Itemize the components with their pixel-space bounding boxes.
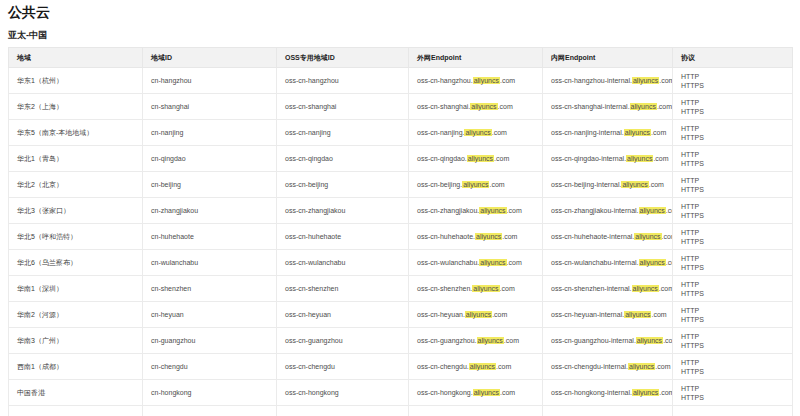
internal-endpoint-cell: oss-cn-beijing-internal.aliyuncs.com xyxy=(543,172,673,198)
search-highlight: aliyuncs xyxy=(632,285,659,292)
header-public-endpoint: 外网Endpoint xyxy=(409,48,543,68)
table-row: 华北6（乌兰察布） cn-wulanchabu oss-cn-wulanchab… xyxy=(9,250,793,276)
search-highlight: aliyuncs xyxy=(477,337,504,344)
region-id-cell: cn-hangzhou xyxy=(143,68,277,94)
protocol-value: HTTPS xyxy=(681,367,784,376)
region-cell: 华北5（呼和浩特） xyxy=(9,224,143,250)
oss-region-id-cell: oss-cn-heyuan xyxy=(277,302,409,328)
protocol-cell: HTTPHTTPS xyxy=(673,68,793,94)
public-endpoint-cell: oss-cn-beijing.aliyuncs.com xyxy=(409,172,543,198)
protocol-cell: HTTPHTTPS xyxy=(673,276,793,302)
oss-region-id-cell: oss-cn-zhangjiakou xyxy=(277,198,409,224)
public-endpoint-cell: oss-cn-qingdao.aliyuncs.com xyxy=(409,146,543,172)
table-row: 华南1（深圳） cn-shenzhen oss-cn-shenzhen oss-… xyxy=(9,276,793,302)
oss-region-id-cell: oss-cn-huhehaote xyxy=(277,224,409,250)
public-endpoint-cell: oss-cn-huhehaote.aliyuncs.com xyxy=(409,224,543,250)
internal-endpoint-cell: oss-cn-heyuan-internal.aliyuncs.com xyxy=(543,302,673,328)
search-highlight: aliyuncs xyxy=(473,77,500,84)
region-id-cell: cn-chengdu xyxy=(143,354,277,380)
protocol-value: HTTPS xyxy=(681,159,784,168)
protocol-value: HTTPS xyxy=(681,185,784,194)
protocol-value: HTTPS xyxy=(681,315,784,324)
search-highlight: aliyuncs xyxy=(473,389,500,396)
search-highlight: aliyuncs xyxy=(475,233,502,240)
search-highlight: aliyuncs xyxy=(469,363,496,370)
protocol-cell: HTTPHTTPS xyxy=(673,146,793,172)
internal-endpoint-cell: oss-cn-qingdao-internal.aliyuncs.com xyxy=(543,146,673,172)
search-highlight: aliyuncs xyxy=(465,311,492,318)
protocol-cell: HTTPHTTPS xyxy=(673,328,793,354)
table-row: 西南1（成都） cn-chengdu oss-cn-chengdu oss-cn… xyxy=(9,354,793,380)
header-region: 地域 xyxy=(9,48,143,68)
table-body: 华东1（杭州） cn-hangzhou oss-cn-hangzhou oss-… xyxy=(9,68,793,406)
public-endpoint-cell: oss-cn-guangzhou.aliyuncs.com xyxy=(409,328,543,354)
region-cell: 华东1（杭州） xyxy=(9,68,143,94)
search-highlight: aliyuncs xyxy=(479,259,506,266)
protocol-value: HTTP xyxy=(681,202,784,211)
region-endpoint-table: 地域 地域ID OSS专用地域ID 外网Endpoint 内网Endpoint … xyxy=(8,47,793,416)
table-row: 华东5（南京-本地地域） cn-nanjing oss-cn-nanjing o… xyxy=(9,120,793,146)
public-endpoint-cell: oss-cn-hangzhou.aliyuncs.com xyxy=(409,68,543,94)
protocol-value: HTTP xyxy=(681,384,784,393)
protocol-value: HTTP xyxy=(681,72,784,81)
region-cell: 华东5（南京-本地地域） xyxy=(9,120,143,146)
protocol-cell: HTTPHTTPS xyxy=(673,120,793,146)
region-id-cell: cn-nanjing xyxy=(143,120,277,146)
table-row: 华北1（青岛） cn-qingdao oss-cn-qingdao oss-cn… xyxy=(9,146,793,172)
header-region-id: 地域ID xyxy=(143,48,277,68)
section-subtitle: 亚太-中国 xyxy=(8,30,792,40)
public-endpoint-cell: oss-cn-nanjing.aliyuncs.com xyxy=(409,120,543,146)
search-highlight: aliyuncs xyxy=(621,181,648,188)
oss-region-id-cell: oss-cn-shenzhen xyxy=(277,276,409,302)
header-oss-region-id: OSS专用地域ID xyxy=(277,48,409,68)
oss-region-id-cell: oss-cn-guangzhou xyxy=(277,328,409,354)
protocol-cell: HTTPHTTPS xyxy=(673,354,793,380)
protocol-value: HTTP xyxy=(681,176,784,185)
region-id-cell: cn-wulanchabu xyxy=(143,250,277,276)
public-endpoint-cell: oss-cn-chengdu.aliyuncs.com xyxy=(409,354,543,380)
protocol-value: HTTP xyxy=(681,98,784,107)
table-row: 华南2（河源） cn-heyuan oss-cn-heyuan oss-cn-h… xyxy=(9,302,793,328)
table-header: 地域 地域ID OSS专用地域ID 外网Endpoint 内网Endpoint … xyxy=(9,48,793,68)
search-highlight: aliyuncs xyxy=(479,207,506,214)
internal-endpoint-cell: oss-cn-shanghai-internal.aliyuncs.com xyxy=(543,94,673,120)
internal-endpoint-cell: oss-cn-hongkong-internal.aliyuncs.com xyxy=(543,380,673,406)
internal-endpoint-cell: oss-cn-hangzhou-internal.aliyuncs.com xyxy=(543,68,673,94)
region-cell: 华北1（青岛） xyxy=(9,146,143,172)
table-row: 华东1（杭州） cn-hangzhou oss-cn-hangzhou oss-… xyxy=(9,68,793,94)
table-row: 华南3（广州） cn-guangzhou oss-cn-guangzhou os… xyxy=(9,328,793,354)
protocol-value: HTTP xyxy=(681,332,784,341)
search-highlight: aliyuncs xyxy=(470,103,497,110)
search-highlight: aliyuncs xyxy=(636,337,663,344)
region-id-cell: cn-heyuan xyxy=(143,302,277,328)
table-row: 中国香港 cn-hongkong oss-cn-hongkong oss-cn-… xyxy=(9,380,793,406)
public-endpoint-cell: oss-cn-shenzhen.aliyuncs.com xyxy=(409,276,543,302)
table-row: 华北3（张家口） cn-zhangjiakou oss-cn-zhangjiak… xyxy=(9,198,793,224)
oss-region-id-cell: oss-cn-qingdao xyxy=(277,146,409,172)
public-endpoint-cell: oss-cn-wulanchabu.aliyuncs.com xyxy=(409,250,543,276)
internal-endpoint-cell: oss-cn-nanjing-internal.aliyuncs.com xyxy=(543,120,673,146)
table-row: 华东2（上海） cn-shanghai oss-cn-shanghai oss-… xyxy=(9,94,793,120)
search-highlight: aliyuncs xyxy=(639,259,666,266)
region-id-cell: cn-hongkong xyxy=(143,380,277,406)
protocol-value: HTTP xyxy=(681,124,784,133)
page-title: 公共云 xyxy=(8,5,792,20)
internal-endpoint-cell: oss-cn-wulanchabu-internal.aliyuncs.com xyxy=(543,250,673,276)
protocol-cell: HTTPHTTPS xyxy=(673,198,793,224)
public-endpoint-cell: oss-cn-heyuan.aliyuncs.com xyxy=(409,302,543,328)
public-endpoint-cell: oss-cn-shanghai.aliyuncs.com xyxy=(409,94,543,120)
table-row: 华北5（呼和浩特） cn-huhehaote oss-cn-huhehaote … xyxy=(9,224,793,250)
region-cell: 华北6（乌兰察布） xyxy=(9,250,143,276)
header-protocol: 协议 xyxy=(673,48,793,68)
oss-region-id-cell: oss-cn-nanjing xyxy=(277,120,409,146)
header-internal-endpoint: 内网Endpoint xyxy=(543,48,673,68)
protocol-value: HTTP xyxy=(681,306,784,315)
region-id-cell: cn-zhangjiakou xyxy=(143,198,277,224)
region-id-cell: cn-beijing xyxy=(143,172,277,198)
region-id-cell: cn-guangzhou xyxy=(143,328,277,354)
protocol-value: HTTP xyxy=(681,280,784,289)
region-id-cell: cn-shanghai xyxy=(143,94,277,120)
search-highlight: aliyuncs xyxy=(472,285,499,292)
protocol-value: HTTPS xyxy=(681,341,784,350)
internal-endpoint-cell: oss-cn-shenzhen-internal.aliyuncs.com xyxy=(543,276,673,302)
